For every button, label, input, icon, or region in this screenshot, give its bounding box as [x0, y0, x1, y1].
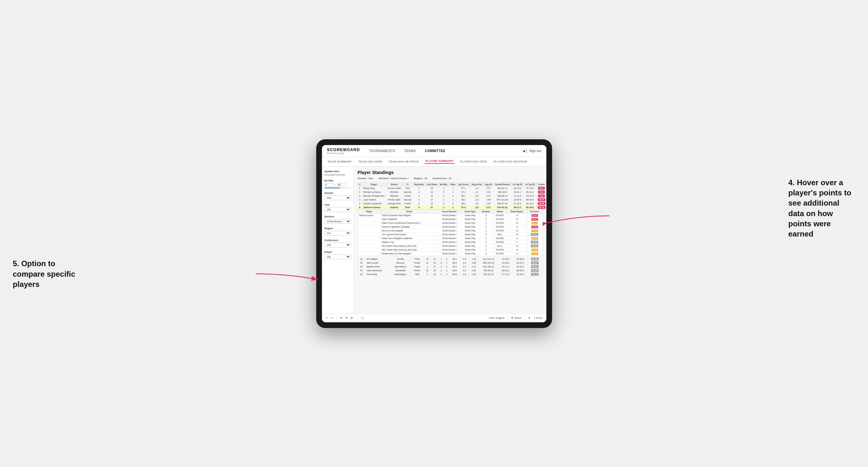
no-rds-row: – [324, 183, 351, 186]
col-avg-sg: Avg SG [483, 182, 493, 186]
region-label: Region [324, 227, 351, 230]
subnav-team-h2h-heatmap[interactable]: TEAM H2H HEATMAP [388, 160, 420, 163]
subnav-player-summary[interactable]: PLAYER SUMMARY [425, 159, 455, 164]
nav-committee[interactable]: COMMITTEE [424, 149, 447, 153]
gender-section: Gender Men [324, 192, 351, 200]
tooltip-table: Player Event Event Division Event Type R… [358, 210, 542, 256]
clock-button[interactable]: 🕐 [361, 316, 364, 319]
table-row: 26 Petr Hruby Washington Fifth 7 23 0 1 … [358, 272, 542, 276]
table-row-highlighted: 6 Jackson Kolson Auburn First 2 27 1 1 6… [358, 205, 546, 209]
slider-bar [324, 187, 351, 188]
tooltip-row: Williams Cup NCAA Division I Stroke Play… [358, 240, 542, 244]
nav-tournaments[interactable]: TOURNAMENTS [368, 149, 397, 153]
no-rds-section: No Rds. – [324, 179, 351, 188]
year-label: Year [324, 204, 351, 206]
tooltip-row: Amer An Intercollegiate NCAA Division I … [358, 228, 542, 232]
arrow-left [256, 264, 319, 283]
view-original-button[interactable]: View: Original [489, 316, 504, 319]
subnav-player-h2h-heatmap[interactable]: PLAYER H2H HEATMAP [493, 160, 528, 163]
sign-out-link[interactable]: Sign out [529, 149, 541, 153]
col-wins: Wins [449, 182, 457, 186]
annotation-right: 4. Hover over a player's points to see a… [788, 178, 855, 240]
copy-button[interactable]: ⧉ [345, 316, 347, 319]
points-badge[interactable]: 68.94 [538, 198, 546, 201]
settings-button[interactable]: ⚙ [340, 316, 342, 319]
watch-button[interactable]: 👁 Watch [511, 316, 522, 319]
points-badge-jackson[interactable]: 58.18 [538, 206, 546, 209]
filter-row: Gender: Men Division: NCAA Division I Re… [358, 177, 542, 180]
col-player: Player [362, 182, 386, 186]
share-button[interactable]: ⤴ Share [534, 316, 542, 319]
division-select[interactable]: NCAA Division I [324, 219, 351, 224]
player-select[interactable]: (All) [324, 254, 351, 259]
col-no-rds: No Rds. [438, 182, 449, 186]
col-vs-top50: Vs Top 50 [524, 182, 536, 186]
col-vs-top25: Vs Top 25 [511, 182, 524, 186]
points-badge[interactable]: 70.2 [538, 194, 545, 197]
conference-section: Conference (All) [324, 239, 351, 247]
annotation-left: 5. Option to compare specific players [13, 258, 76, 289]
top-nav: SCOREBOARD Powered by clippi TOURNAMENTS… [322, 145, 546, 157]
col-overall: Overall Record [493, 182, 511, 186]
table-row: 22 Ian Gilligan Florida Third 10 24 1 0 … [358, 257, 542, 261]
redo-button[interactable]: ↪ [331, 316, 334, 319]
nav-teams[interactable]: TEAMS [403, 149, 417, 153]
no-rds-min-input[interactable] [324, 183, 334, 186]
no-rds-max-input[interactable] [337, 183, 346, 186]
nav-back[interactable]: ◀ | [523, 149, 527, 153]
points-badge[interactable]: 60.09 [538, 202, 546, 205]
col-adj-score: Adj. Score [457, 182, 470, 186]
col-points: Points [536, 182, 546, 186]
table-row: 24 Bastien Amat New Mexico Fourth 1 27 2… [358, 264, 542, 269]
arrow-right [546, 210, 610, 228]
update-time-value: 27/01/2024 16:56:26 [324, 174, 351, 176]
col-reg-rank: Reg Rank [413, 182, 425, 186]
tablet-screen: SCOREBOARD Powered by clippi TOURNAMENTS… [322, 145, 546, 322]
subnav-team-summary[interactable]: TEAM SUMMARY [327, 160, 353, 163]
points-badge[interactable]: 76.2 [538, 191, 545, 193]
slider-fill [324, 187, 340, 188]
table-row: 2 Michael La Sasso Ole Miss Second 1 18 … [358, 190, 546, 194]
conference-label: Conference [324, 239, 351, 242]
tooltip-row: Mirabel Maui Jim Intercollegiate NCAA Di… [358, 251, 542, 255]
table-row: 23 Jack Lundin Missouri Fourth 11 24 0 1… [358, 261, 542, 264]
tooltip-col-event: Event [381, 210, 438, 213]
sub-nav: TEAM SUMMARY TEAM H2H GRID TEAM H2H HEAT… [322, 157, 546, 167]
subnav-team-h2h-grid[interactable]: TEAM H2H GRID [358, 160, 382, 163]
col-yr: Yr [402, 182, 413, 186]
gender-select[interactable]: Men [324, 195, 351, 200]
table-row: 4 Luke Clanton Florida State Second 5 27… [358, 198, 546, 201]
tooltip-col-div: Event Division [438, 210, 461, 213]
tooltip-row: SEC Stroke Play hosted by Jerry Pate NCA… [358, 248, 542, 251]
points-badge[interactable]: 88.2 [538, 187, 545, 190]
conference-select[interactable]: (All) [324, 243, 351, 247]
subnav-player-h2h-grid[interactable]: PLAYER H2H GRID [459, 160, 488, 163]
col-conf-rank: Conf Rank [425, 182, 439, 186]
paste-button[interactable]: ⊞ · [351, 316, 354, 319]
main-content: Update time: 27/01/2024 16:56:26 No Rds.… [322, 167, 546, 313]
division-label: Division [324, 215, 351, 218]
filter-division: Division: NCAA Division I [379, 177, 409, 180]
nav-links: TOURNAMENTS TEAMS COMMITTEE [368, 149, 523, 153]
download-button[interactable]: ⬇ [528, 316, 530, 319]
standings-table-bottom: 22 Ian Gilligan Florida Third 10 24 1 0 … [358, 257, 542, 276]
bottom-toolbar: ↩ ↪ ⚙ ⧉ ⊞ · 🕐 View: Original 👁 Watch ⬇ ⤴… [322, 313, 546, 322]
tooltip-row: Southern Highlands Collegiate NCAA Divis… [358, 225, 542, 228]
player-section: Player (All) [324, 251, 351, 259]
toolbar-separator-3 [507, 316, 508, 320]
year-select[interactable]: (All) [324, 207, 351, 212]
table-row: 1 Wenyi Ding Arizona State First 1 15 1 … [358, 186, 546, 190]
tooltip-col-rounds: Rounds [479, 210, 493, 213]
tooltip-row: SEC Match Play hosted by Jerry Pate NCAA… [358, 244, 542, 248]
tooltip-row: Fallen Oak Collegiate Invitational NCAA … [358, 236, 542, 240]
filter-region: Region: All [414, 177, 428, 180]
toolbar-separator-1 [337, 316, 337, 320]
region-select[interactable]: N/A [324, 231, 351, 236]
region-section: Region N/A [324, 227, 351, 236]
toolbar-separator-2 [357, 316, 358, 320]
logo-text: SCOREBOARD [327, 147, 360, 152]
top-right-area: ◀ | Sign out [523, 149, 541, 153]
tablet-device: SCOREBOARD Powered by clippi TOURNAMENTS… [316, 139, 552, 328]
tooltip-row: The Cypress Point Classic NCAA Division … [358, 232, 542, 236]
undo-button[interactable]: ↩ [326, 316, 328, 319]
